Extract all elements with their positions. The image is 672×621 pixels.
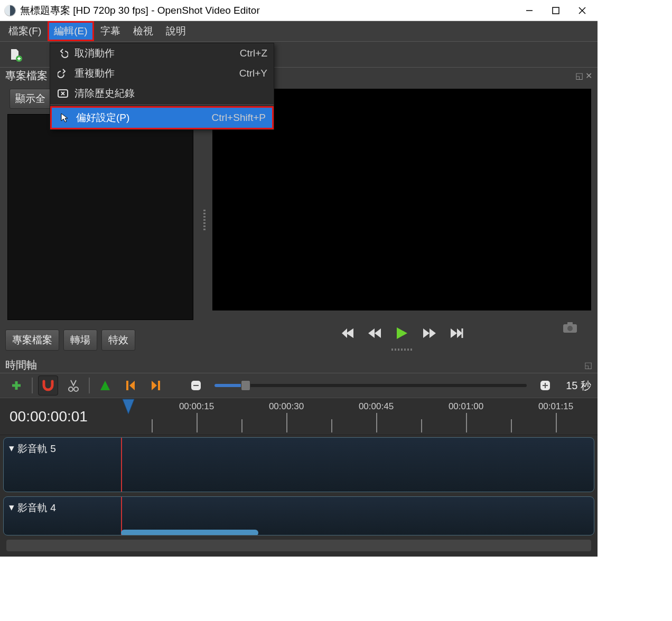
redo-icon [57,68,69,79]
chevron-down-icon: ▾ [9,442,14,454]
ruler-label: 00:00:30 [269,401,304,412]
track-body[interactable] [117,438,594,492]
tab-project-files[interactable]: 專案檔案 [5,330,59,351]
playhead-line [121,496,122,535]
marker-button[interactable] [95,375,115,396]
menubar: 檔案(F) 編輯(E) 字幕 檢視 說明 [0,21,598,41]
menu-preferences[interactable]: 偏好設定(P) Ctrl+Shift+P [50,106,274,129]
svg-rect-13 [193,385,199,386]
ruler-tick [511,419,512,432]
menu-separator [50,105,274,105]
ruler-tick [241,419,242,432]
filter-button[interactable]: 顯示全 [10,89,51,109]
menu-redo-label: 重複動作 [74,67,239,80]
next-marker-button[interactable] [146,375,166,396]
svg-point-9 [567,326,573,331]
svg-rect-8 [567,322,573,325]
ruler-label: 00:00:45 [359,401,394,412]
timeline-toolbar: 15 秒 [0,373,598,398]
jump-start-button[interactable] [341,327,354,339]
new-project-icon[interactable] [5,44,25,64]
ruler-tick [466,413,467,432]
dock-controls-icon[interactable]: ◱ ✕ [575,71,592,81]
ruler[interactable]: 00:00:15 00:00:30 00:00:45 00:01:00 00:0… [117,398,598,435]
playhead-line [121,437,122,492]
chevron-down-icon: ▾ [9,501,14,513]
tab-transitions[interactable]: 轉場 [63,330,97,351]
zoom-out-button[interactable] [186,375,206,396]
track-row[interactable]: ▾ 影音軌 4 [3,496,594,535]
menu-file[interactable]: 檔案(F) [2,21,48,41]
svg-rect-16 [545,383,546,388]
ruler-tick [286,413,287,432]
cursor-icon [58,112,71,123]
snapshot-button[interactable] [563,322,577,335]
prev-marker-button[interactable] [120,375,141,396]
maximize-button[interactable] [543,0,569,21]
project-panel-title: 專案檔案 [0,68,53,83]
timeline-scrollbar[interactable] [6,540,591,551]
ruler-tick [152,419,153,432]
close-button[interactable] [569,0,595,21]
clear-icon [57,89,69,98]
tracks-container: ▾ 影音軌 5 ▾ 影音軌 4 [0,435,598,557]
zoom-slider[interactable] [214,384,527,387]
razor-button[interactable] [63,375,83,396]
rewind-button[interactable] [368,327,382,339]
play-button[interactable] [396,326,408,340]
menu-undo[interactable]: 取消動作 Ctrl+Z [50,43,274,63]
svg-rect-2 [553,7,559,14]
ruler-label: 00:01:00 [449,401,483,412]
timeline-section: 時間軸 ◱ 15 秒 00:00:00:01 [0,357,598,557]
menu-help[interactable]: 說明 [160,21,192,41]
add-track-button[interactable] [6,375,26,396]
ruler-tick [331,419,332,432]
track-header[interactable]: ▾ 影音軌 4 [4,497,117,535]
track-header[interactable]: ▾ 影音軌 5 [4,438,117,492]
ruler-tick [421,419,422,432]
titlebar: 無標題專案 [HD 720p 30 fps] - OpenShot Video … [0,0,598,21]
menu-edit[interactable]: 編輯(E) [48,21,94,41]
menu-redo-accel: Ctrl+Y [239,68,267,79]
tab-effects[interactable]: 特效 [101,330,135,351]
forward-button[interactable] [422,327,436,339]
menu-clear-history[interactable]: 清除歷史紀錄 [50,83,274,103]
ruler-tick [376,413,377,432]
scrollbar-thumb[interactable] [6,540,591,551]
menu-preferences-accel: Ctrl+Shift+P [212,112,266,124]
toolbar-separator [32,378,33,393]
edit-dropdown: 取消動作 Ctrl+Z 重複動作 Ctrl+Y 清除歷史紀錄 偏好設定(P) C… [50,43,274,130]
ruler-tick [197,413,198,432]
menu-redo[interactable]: 重複動作 Ctrl+Y [50,63,274,83]
ruler-label: 00:01:15 [538,401,573,412]
minimize-button[interactable] [516,0,543,21]
menu-undo-accel: Ctrl+Z [240,48,267,59]
app-icon [4,5,16,16]
menu-clear-label: 清除歷史紀錄 [74,87,267,100]
track-body[interactable] [117,497,594,535]
timeline-clip[interactable] [121,530,258,535]
track-label: 影音軌 5 [17,442,56,456]
horizontal-splitter[interactable] [212,346,591,353]
window-title: 無標題專案 [HD 720p 30 fps] - OpenShot Video … [20,4,516,17]
ruler-label: 00:00:15 [179,401,214,412]
project-files-area[interactable] [7,114,193,320]
app-window: 無標題專案 [HD 720p 30 fps] - OpenShot Video … [0,0,598,557]
playhead-icon[interactable] [122,398,135,419]
transport-controls [341,320,463,346]
track-row[interactable]: ▾ 影音軌 5 [3,437,594,492]
menu-view[interactable]: 檢視 [127,21,160,41]
timeline-title: 時間軸 [5,358,37,372]
svg-point-11 [74,387,78,391]
ruler-tick [556,413,557,432]
timeline-duration: 15 秒 [566,379,591,393]
track-label: 影音軌 4 [17,501,56,515]
timeline-dock-icon[interactable]: ◱ [584,360,592,370]
jump-end-button[interactable] [450,327,463,339]
menu-caption[interactable]: 字幕 [94,21,127,41]
zoom-slider-thumb[interactable] [241,380,250,391]
zoom-in-button[interactable] [535,375,555,396]
toolbar-separator [89,378,90,393]
snap-button[interactable] [38,375,58,396]
time-counter: 00:00:00:01 [0,398,117,435]
